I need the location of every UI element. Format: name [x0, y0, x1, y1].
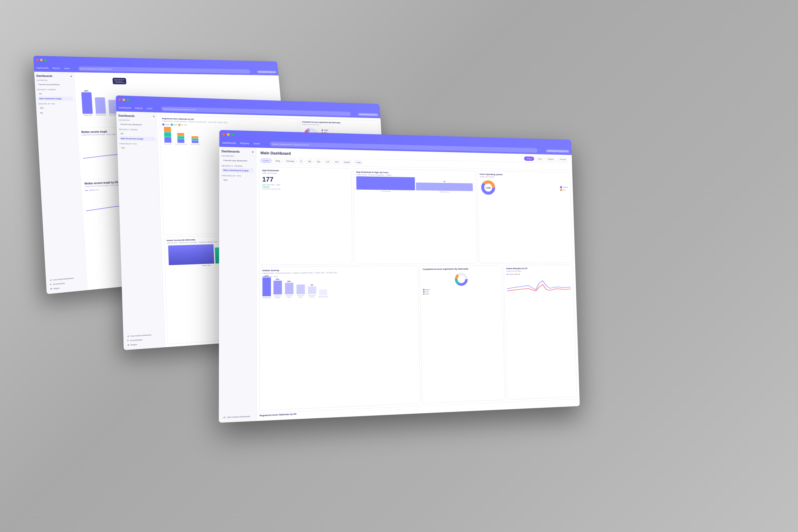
app-download-conv-card: App Download to Sign Up Conv... 2-step F…: [353, 168, 477, 264]
chart-icon: 📊: [50, 279, 52, 281]
sidebar-favorites-empty: Favorite any dashboard: [37, 82, 73, 87]
failed-legend: Android iOS: [507, 273, 571, 275]
nav-dashboards-front[interactable]: Dashboards: [222, 141, 236, 145]
nat-legend: Builder India Other: [423, 288, 499, 295]
nav-users[interactable]: Users: [64, 67, 70, 70]
dot-yellow-front[interactable]: [227, 133, 230, 136]
chart-icon-mid: 📊: [127, 335, 129, 337]
filter-90d[interactable]: 90D: [315, 159, 323, 164]
bar-book-track-mid: Book and Track: [190, 127, 200, 145]
nav-badge-front: Instant App All Project View: [546, 149, 569, 152]
share-button[interactable]: Share: [524, 156, 534, 161]
funnel-tooltip: Scans EID Front77% drop-off7,128 total t…: [113, 78, 126, 84]
sidebar-bottom-front: 📊 Most Viewed Dashboards: [219, 414, 257, 420]
nav-reports[interactable]: Reports: [52, 67, 60, 70]
search-text-front: Search Dashboards & Reports Ctrl+K: [272, 143, 309, 146]
dot-green[interactable]: [44, 59, 46, 61]
nav-users-mid[interactable]: Users: [147, 107, 152, 110]
metric-value: 177: [262, 175, 348, 184]
os-donut: 1.92K Android: [480, 179, 568, 196]
instant-legend: Danish · 0.4%: [262, 274, 415, 278]
dot-green-front[interactable]: [231, 133, 234, 136]
filter-btn[interactable]: ≡ Filter: [353, 160, 363, 165]
sidebar-recent-na[interactable]: NA: [37, 92, 73, 96]
filter-7d[interactable]: 7D: [298, 159, 305, 164]
filter-default[interactable]: Default: [342, 160, 352, 165]
sidebar-bottom: 📊 Most Viewed Dashboards ⊞ All Dashboard…: [46, 274, 87, 291]
bar-scans-eid-front: Scans EID Front: [95, 97, 107, 116]
filter-today[interactable]: Today: [273, 159, 283, 163]
filter-30d[interactable]: 30D: [306, 159, 314, 164]
svg-text:1.92K: 1.92K: [486, 187, 491, 189]
dot-red-mid[interactable]: [118, 98, 121, 101]
nav-dashboards-mid[interactable]: Dashboards: [119, 106, 131, 109]
sidebar-title: Dashboards +: [36, 74, 72, 78]
left-col: App Downloads Total, last 30 days 177 Fi…: [259, 167, 577, 411]
nav-reports-front[interactable]: Reports: [240, 142, 249, 145]
conv-bars: First Time User 79 NBF Direct Sig...: [356, 177, 473, 193]
sidebar-bottom-mid: 📊 Most Viewed Dashboards ⊞ All Dashboard…: [124, 332, 166, 347]
explore-button[interactable]: Explore: [546, 157, 556, 162]
failed-attempts-card: Failed Attempts by OS Unique, last 30 da…: [503, 265, 577, 400]
bar-session-start: 100% Session Start: [81, 90, 93, 116]
os-donut-svg: 1.92K: [480, 179, 497, 196]
sidebar-front: Dashboards + FAVORITES Favorite any dash…: [219, 147, 257, 423]
sidebar-most-viewed-front[interactable]: 📊 Most Viewed Dashboards: [221, 414, 254, 420]
sidebar-title-front: Dashboards +: [222, 150, 254, 153]
scene: Dashboards Reports Users Search Dashboar…: [26, 26, 772, 506]
sidebar-recent-main[interactable]: Main Dashboard (copy): [38, 96, 73, 101]
nav-dashboards[interactable]: Dashboards: [36, 66, 49, 69]
search-text-mid: Search Dashboards & Reports Ctrl+K: [163, 108, 195, 111]
failed-chart-svg: [507, 275, 571, 293]
sidebar-add-btn[interactable]: +: [70, 75, 72, 78]
filter-yesterday[interactable]: Yesterday: [284, 159, 297, 163]
filter-icon: ≡: [355, 162, 356, 163]
page-title-front: Main Dashboard: [261, 151, 291, 156]
header-actions: Share Save Explore Favorite: [524, 156, 568, 162]
nav-reports-mid[interactable]: Reports: [135, 107, 143, 109]
dashboard-grid: App Downloads Total, last 30 days 177 Fi…: [256, 165, 580, 413]
favorite-button[interactable]: Favorite: [557, 157, 568, 162]
sidebar-created-label: CREATED BY YOU: [38, 103, 74, 105]
search-placeholder: Search Dashboards & Reports Ctrl+K: [80, 68, 112, 71]
sidebar-favorites-label: FAVORITES: [37, 79, 72, 81]
nav-badge-mid: Instant App All Project View: [358, 113, 378, 116]
sidebar-recent-label: RECENTLY VIEWED: [37, 89, 73, 91]
dot-yellow[interactable]: [40, 59, 42, 61]
os-legend: Android iOS: [560, 186, 568, 191]
filter-1yr[interactable]: 1YR: [323, 160, 331, 164]
sidebar-title-mid: Dashboards +: [118, 114, 155, 118]
nationality-card-front: Completed Account registration By Nation…: [420, 265, 505, 403]
bottom-row: Instant Journey 8-Step Funnel · Overall …: [259, 265, 577, 411]
instant-journey-front: Instant Journey 8-Step Funnel · Overall …: [259, 266, 420, 411]
nav-badge: Instant App All Project View: [257, 71, 277, 73]
grid-icon: ⊞: [50, 283, 51, 286]
collapse-icon: ◀: [50, 288, 51, 290]
instant-bars-front: 100% Session Start 62% User Enters Detai…: [262, 278, 416, 299]
dot-yellow-mid[interactable]: [122, 98, 125, 101]
filter-3yr[interactable]: 3YR: [333, 160, 341, 165]
dot-red[interactable]: [36, 58, 39, 61]
bar-app-launch: App Launch: [164, 126, 172, 145]
nationality-donut-front: [454, 271, 469, 287]
sidebar-add-btn-mid[interactable]: +: [153, 115, 155, 118]
collapse-icon-mid: ◀: [128, 344, 129, 346]
dot-green-mid[interactable]: [127, 98, 129, 101]
app-downloads-card: App Downloads Total, last 30 days 177 Fi…: [259, 167, 353, 265]
users-os-card: Users Operating system Unique, last 30 d…: [477, 171, 573, 264]
window-front: Dashboards Reports Users Search Dashboar…: [219, 130, 580, 423]
sidebar-add-front[interactable]: +: [252, 150, 254, 153]
chart-icon-front: 📊: [223, 416, 226, 418]
filter-custom[interactable]: Custom: [261, 158, 271, 163]
grid-icon-mid: ⊞: [127, 339, 129, 342]
top-row: App Downloads Total, last 30 days 177 Fi…: [259, 167, 573, 265]
nav-users-front[interactable]: Users: [253, 142, 260, 145]
main-front: Main Dashboard Share Save Explore Favori…: [256, 148, 580, 421]
window-front-body: Dashboards + FAVORITES Favorite any dash…: [219, 147, 580, 423]
sidebar-created-test[interactable]: Test: [38, 106, 74, 110]
save-button[interactable]: Save: [536, 157, 544, 161]
sidebar-created-na[interactable]: NA: [38, 111, 74, 115]
dot-red-front[interactable]: [222, 133, 225, 136]
bar-get-transit-mid: Get Transit Account: [174, 126, 187, 145]
